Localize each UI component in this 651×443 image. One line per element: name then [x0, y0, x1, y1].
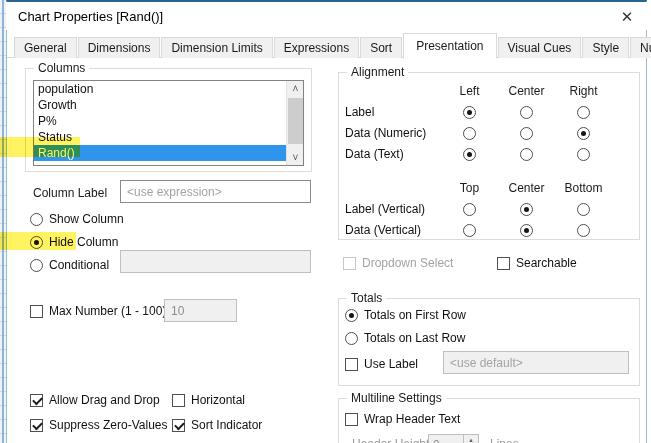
- tab-number[interactable]: Number: [630, 37, 651, 58]
- alignment-grid: Left Center Right Label Data (Numeric) D…: [345, 84, 612, 237]
- wrap-header-label: Wrap Header Text: [364, 412, 460, 426]
- data-numeric-right-radio[interactable]: [577, 127, 590, 140]
- totals-first-row-radio[interactable]: Totals on First Row: [345, 307, 466, 323]
- show-column-radio[interactable]: Show Column: [30, 211, 124, 227]
- max-number-input[interactable]: [164, 299, 237, 322]
- tab-dimensions[interactable]: Dimensions: [78, 37, 161, 58]
- spinner-up-icon[interactable]: ▲: [464, 435, 478, 443]
- tab-sort[interactable]: Sort: [360, 37, 402, 58]
- data-numeric-center-radio[interactable]: [520, 127, 533, 140]
- list-item[interactable]: population: [34, 81, 303, 97]
- totals-last-row-label: Totals on Last Row: [364, 331, 465, 345]
- align-header-right: Right: [555, 84, 612, 98]
- radio-icon[interactable]: [345, 309, 358, 322]
- spinner-buttons[interactable]: ▲ ▼: [464, 434, 479, 443]
- allow-drag-label: Allow Drag and Drop: [49, 393, 160, 407]
- data-vertical-top-radio[interactable]: [463, 224, 476, 237]
- totals-first-row-label: Totals on First Row: [364, 308, 466, 322]
- hide-column-label: Hide Column: [49, 235, 118, 249]
- conditional-radio[interactable]: Conditional: [30, 257, 109, 273]
- data-vertical-center-radio[interactable]: [520, 224, 533, 237]
- checkbox-icon[interactable]: [497, 257, 510, 270]
- label-vertical-top-radio[interactable]: [463, 203, 476, 216]
- radio-icon[interactable]: [30, 213, 43, 226]
- checkbox-icon[interactable]: [30, 419, 43, 432]
- align-row-label: Label: [345, 105, 441, 119]
- alignment-group-label: Alignment: [347, 65, 408, 79]
- list-item[interactable]: P%: [34, 113, 303, 129]
- use-label-input[interactable]: [443, 351, 629, 374]
- tab-visual-cues[interactable]: Visual Cues: [498, 37, 582, 58]
- suppress-zero-label: Suppress Zero-Values: [49, 418, 168, 432]
- searchable-label: Searchable: [516, 256, 577, 270]
- hide-column-radio[interactable]: Hide Column: [30, 234, 118, 250]
- listbox-scrollbar[interactable]: ˄ ˅: [286, 81, 303, 165]
- horizontal-checkbox[interactable]: Horizontal: [172, 392, 245, 408]
- dropdown-select-label: Dropdown Select: [362, 256, 453, 270]
- list-item[interactable]: Growth: [34, 97, 303, 113]
- align-header-center: Center: [498, 84, 555, 98]
- header-height-spinner[interactable]: ▲ ▼: [428, 434, 479, 443]
- scroll-up-icon[interactable]: ˄: [287, 81, 304, 96]
- checkbox-icon[interactable]: [30, 305, 43, 318]
- list-item[interactable]: Status: [34, 129, 303, 145]
- allow-drag-checkbox[interactable]: Allow Drag and Drop: [30, 392, 160, 408]
- sort-indicator-checkbox[interactable]: Sort Indicator: [172, 417, 262, 433]
- label-right-radio[interactable]: [577, 106, 590, 119]
- header-height-input[interactable]: [428, 434, 464, 443]
- tab-presentation[interactable]: Presentation: [403, 33, 496, 59]
- align-row-data-vertical: Data (Vertical): [345, 223, 441, 237]
- tab-expressions[interactable]: Expressions: [274, 37, 359, 58]
- background-window-edge: [2, 0, 4, 443]
- tab-general[interactable]: General: [14, 37, 77, 58]
- data-numeric-left-radio[interactable]: [463, 127, 476, 140]
- max-number-label: Max Number (1 - 100): [49, 304, 166, 318]
- use-label-label: Use Label: [364, 357, 418, 371]
- label-vertical-center-radio[interactable]: [520, 203, 533, 216]
- searchable-checkbox[interactable]: Searchable: [497, 255, 577, 271]
- header-height-label: Header Height: [352, 437, 429, 443]
- align-row-data-text: Data (Text): [345, 147, 441, 161]
- list-item-selected[interactable]: Rand(): [34, 145, 303, 161]
- columns-group-label: Columns: [34, 61, 89, 75]
- dropdown-select-checkbox[interactable]: Dropdown Select: [343, 255, 453, 271]
- checkbox-icon[interactable]: [345, 358, 358, 371]
- use-label-checkbox[interactable]: Use Label: [345, 356, 418, 372]
- conditional-label: Conditional: [49, 258, 109, 272]
- close-icon[interactable]: ✕: [617, 7, 637, 27]
- align-header-top: Top: [441, 181, 498, 195]
- totals-last-row-radio[interactable]: Totals on Last Row: [345, 330, 465, 346]
- title-bar: Chart Properties [Rand()] ✕: [6, 2, 647, 30]
- scroll-down-icon[interactable]: ˅: [287, 150, 304, 165]
- checkbox-icon[interactable]: [345, 413, 358, 426]
- checkbox-icon[interactable]: [172, 419, 185, 432]
- tab-strip: General Dimensions Dimension Limits Expr…: [7, 30, 646, 58]
- conditional-expression-input[interactable]: [120, 250, 311, 273]
- data-text-left-radio[interactable]: [463, 148, 476, 161]
- horizontal-label: Horizontal: [191, 393, 245, 407]
- max-number-checkbox[interactable]: Max Number (1 - 100): [30, 303, 166, 319]
- data-vertical-bottom-radio[interactable]: [577, 224, 590, 237]
- wrap-header-checkbox[interactable]: Wrap Header Text: [345, 411, 460, 427]
- suppress-zero-checkbox[interactable]: Suppress Zero-Values: [30, 417, 168, 433]
- scrollbar-thumb[interactable]: [288, 98, 303, 144]
- tab-style[interactable]: Style: [582, 37, 629, 58]
- show-column-label: Show Column: [49, 212, 124, 226]
- radio-icon[interactable]: [345, 332, 358, 345]
- checkbox-icon[interactable]: [172, 394, 185, 407]
- label-left-radio[interactable]: [463, 106, 476, 119]
- radio-icon[interactable]: [30, 259, 43, 272]
- tab-dimension-limits[interactable]: Dimension Limits: [161, 37, 272, 58]
- radio-icon[interactable]: [30, 236, 43, 249]
- checkbox-icon[interactable]: [343, 257, 356, 270]
- column-label-label: Column Label: [33, 186, 107, 200]
- column-label-input[interactable]: [120, 180, 311, 203]
- data-text-center-radio[interactable]: [520, 148, 533, 161]
- checkbox-icon[interactable]: [30, 394, 43, 407]
- label-vertical-bottom-radio[interactable]: [577, 203, 590, 216]
- label-center-radio[interactable]: [520, 106, 533, 119]
- data-text-right-radio[interactable]: [577, 148, 590, 161]
- columns-listbox[interactable]: population Growth P% Status Rand() ˄ ˅: [33, 80, 304, 166]
- chart-properties-dialog-screen: Chart Properties [Rand()] ✕ General Dime…: [0, 0, 651, 443]
- dialog-title: Chart Properties [Rand()]: [18, 9, 163, 24]
